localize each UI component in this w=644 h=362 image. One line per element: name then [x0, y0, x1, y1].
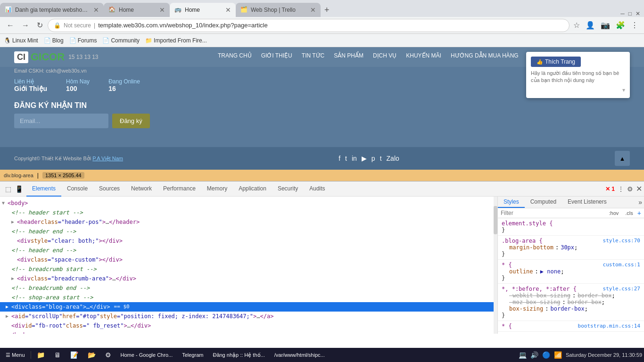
youtube-icon[interactable]: ▶ — [362, 155, 367, 162]
bookmark-blog[interactable]: 📄 Blog — [44, 37, 64, 44]
scroll-thumb[interactable] — [494, 206, 497, 234]
scroll-top-button[interactable]: ▲ — [615, 151, 630, 166]
styles-tab-event-listeners[interactable]: Event Listeners — [562, 197, 612, 208]
forward-button[interactable]: → — [19, 19, 32, 32]
twitter-icon[interactable]: t — [345, 155, 347, 162]
styles-tab-computed[interactable]: Computed — [525, 197, 562, 208]
nav-san-pham[interactable]: SẢN PHẨM — [334, 52, 363, 62]
style-source-3[interactable]: style.css:27 — [603, 286, 640, 292]
devtools-tab-console[interactable]: Console — [61, 181, 93, 197]
taskbar-icon-7[interactable]: 🔊 — [530, 351, 538, 359]
html-line-header[interactable]: ▶ <header class="header-pos" >…</header> — [0, 217, 497, 227]
newsletter-input[interactable] — [14, 114, 108, 128]
taskbar-icon-6[interactable]: 💻 — [519, 351, 527, 359]
style-source-4[interactable]: bootstrap.min.css:14 — [578, 323, 640, 329]
style-source-1[interactable]: style.css:70 — [603, 238, 640, 244]
devtools-tab-performance[interactable]: Performance — [157, 181, 201, 197]
devtools-tab-application[interactable]: Application — [233, 181, 272, 197]
taskbar-icon4[interactable]: 📂 — [84, 350, 99, 360]
html-line-body[interactable]: ▼ <body> — [0, 198, 497, 208]
extension-button[interactable]: 🧩 — [614, 19, 627, 32]
browser-tab-1[interactable]: 📊 Danh gia template webshop_1... ✕ — [0, 3, 104, 17]
browser-tab-4[interactable]: 🗂️ Web Shop | Trello ✕ — [236, 3, 321, 17]
devtools-tab-sources[interactable]: Sources — [93, 181, 125, 197]
html-line-comment-3[interactable]: <!-- header end --> — [0, 246, 497, 255]
tab-2-close[interactable]: ✕ — [159, 6, 165, 14]
devtools-device-mode[interactable]: 📱 — [14, 184, 25, 194]
devtools-tab-security[interactable]: Security — [272, 181, 304, 197]
brand-link[interactable]: P.A Việt Nam — [92, 156, 123, 161]
bookmark-forums[interactable]: 📄 Forums — [69, 37, 97, 44]
minimize-button[interactable]: ─ — [620, 10, 625, 17]
taskbar-dang-nhap[interactable]: Đăng nhập :: Hệ thố... — [209, 351, 268, 359]
fb-scroll-down[interactable]: ▾ — [622, 87, 625, 93]
refresh-button[interactable]: ↻ — [34, 19, 46, 32]
html-line-close-body[interactable]: </body> — [0, 330, 497, 334]
profile-button[interactable]: 👤 — [584, 19, 597, 32]
add-style-button[interactable]: + — [637, 209, 641, 217]
nav-gioi-thieu[interactable]: GIỚI THIỆU — [261, 52, 292, 62]
nav-khuyen-mai[interactable]: KHUYẾN MÃI — [406, 52, 441, 62]
devtools-tab-elements[interactable]: Elements — [26, 181, 61, 197]
devtools-more-tabs[interactable]: ⋮ — [618, 185, 624, 193]
taskbar-filemgr[interactable]: 📁 — [33, 350, 49, 360]
nav-dich-vu[interactable]: DỊCH VỤ — [373, 52, 396, 62]
taskbar-chrome[interactable]: Home - Google Chro... — [117, 351, 177, 359]
devtools-select-element[interactable]: ⬚ — [4, 184, 13, 194]
back-button[interactable]: ← — [4, 19, 17, 32]
bookmark-imported[interactable]: 📁 Imported From Fire... — [145, 37, 207, 44]
nav-huong-dan[interactable]: HƯỚNG DẪN MUA HÀNG — [451, 52, 519, 62]
styles-tab-styles[interactable]: Styles — [498, 197, 525, 208]
styles-panel-more[interactable]: » — [636, 197, 644, 208]
screenshot-button[interactable]: 📷 — [599, 19, 612, 32]
styles-filter-input[interactable] — [501, 210, 605, 216]
taskbar-icon5[interactable]: ⚙ — [101, 350, 115, 360]
linkedin-icon[interactable]: in — [352, 155, 357, 162]
html-line-blog-area[interactable]: ▶ <div class="blog-area" >…</div> == $0 — [0, 302, 497, 312]
bookmark-button[interactable]: ☆ — [571, 19, 582, 32]
bookmark-community[interactable]: 📄 Community — [102, 37, 140, 44]
html-line-comment-4[interactable]: <!-- breadcrumb start --> — [0, 264, 497, 274]
zalo-icon[interactable]: Zalo — [387, 155, 399, 162]
bookmark-linuxmint[interactable]: 🐧 Linux Mint — [4, 37, 38, 44]
tab-4-close[interactable]: ✕ — [310, 6, 316, 14]
newsletter-button[interactable]: Đăng ký — [112, 114, 150, 128]
nav-trang-chu[interactable]: TRANG CHỦ — [218, 52, 252, 62]
style-source-2[interactable]: custom.css:1 — [603, 262, 640, 268]
browser-tab-3[interactable]: 🚌 Home ✕ — [170, 3, 236, 17]
taskbar-icon-9[interactable]: 📶 — [554, 351, 562, 359]
taskbar-terminal[interactable]: 🖥 — [50, 350, 65, 360]
taskbar-telegram[interactable]: Telegram — [178, 351, 207, 359]
devtools-close-button[interactable]: ✕ — [636, 184, 642, 193]
hov-filter-button[interactable]: :hov — [607, 209, 621, 217]
cls-filter-button[interactable]: .cls — [623, 209, 636, 217]
html-line-comment-5[interactable]: <!-- breadcrumb end --> — [0, 283, 497, 293]
new-tab-button[interactable]: + — [321, 5, 333, 15]
devtools-tab-audits[interactable]: Audits — [304, 181, 330, 197]
devtools-settings[interactable]: ⚙ — [627, 185, 633, 193]
taskbar-txt[interactable]: 📝 — [66, 350, 82, 360]
pinterest-icon[interactable]: p — [372, 155, 375, 162]
taskbar-icon-8[interactable]: 🔵 — [542, 351, 550, 359]
html-line-comment-2[interactable]: <!-- header end --> — [0, 227, 497, 236]
html-line-comment-6[interactable]: <!-- shop-area start --> — [0, 293, 497, 302]
tab-1-close[interactable]: ✕ — [93, 6, 99, 14]
html-line-breadcrumb[interactable]: ▶ <div class="breadcrumb-area" >…</div> — [0, 274, 497, 283]
devtools-tab-network[interactable]: Network — [125, 181, 157, 197]
nav-tin-tuc[interactable]: TIN TỨC — [302, 52, 324, 62]
html-line-scrollup[interactable]: ▶ <a id="scrollUp" href="#top" style="po… — [0, 312, 497, 321]
devtools-tab-memory[interactable]: Memory — [201, 181, 233, 197]
tab-3-close[interactable]: ✕ — [225, 6, 231, 14]
facebook-social-icon[interactable]: f — [339, 155, 340, 162]
close-button[interactable]: ✕ — [636, 10, 640, 17]
menu-button[interactable]: ⋮ — [629, 19, 640, 32]
browser-tab-2[interactable]: 🏠 Home ✕ — [104, 3, 170, 17]
html-line-space-custom[interactable]: <div class="space-custom" ></div> — [0, 255, 497, 264]
address-bar[interactable]: 🔒 Not secure | template.web30s.com.vn/we… — [48, 19, 570, 32]
html-line-clear[interactable]: <div style="clear: both;" ></div> — [0, 236, 497, 246]
html-line-comment-1[interactable]: <!-- header start --> — [0, 208, 497, 217]
restore-button[interactable]: □ — [628, 10, 632, 17]
tumblr-icon[interactable]: t — [380, 155, 382, 162]
html-line-fb-root[interactable]: <div id="fb-root" class=" fb_reset" >…</… — [0, 321, 497, 330]
taskbar-var[interactable]: /var/www/html/shipc... — [271, 351, 329, 359]
